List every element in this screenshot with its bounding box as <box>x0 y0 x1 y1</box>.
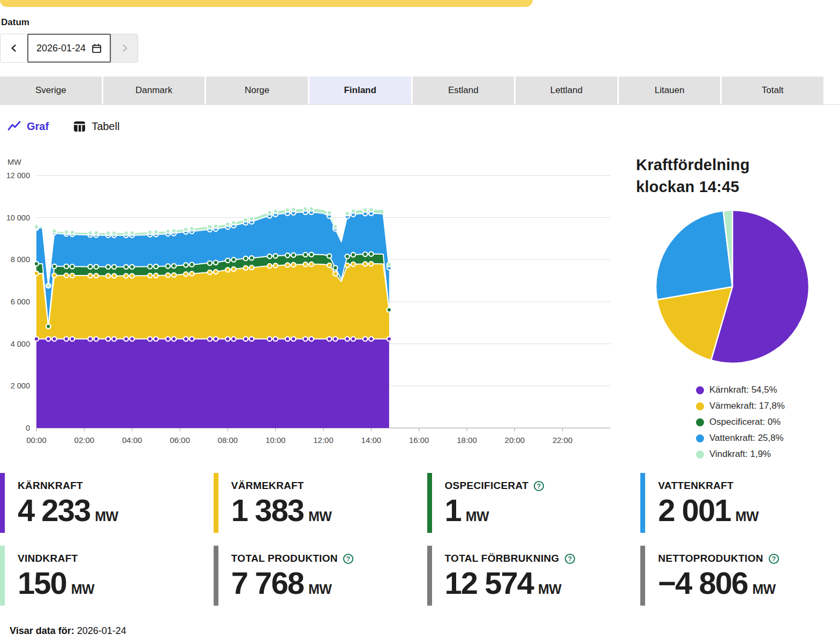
svg-text:12 000: 12 000 <box>6 171 30 180</box>
card-unit: MW <box>466 509 489 524</box>
svg-text:?: ? <box>567 555 572 563</box>
legend-dot <box>696 434 704 442</box>
svg-text:06:00: 06:00 <box>170 435 190 445</box>
svg-text:22:00: 22:00 <box>553 435 573 445</box>
tab-lettland[interactable]: Lettland <box>516 77 617 104</box>
help-icon[interactable]: ? <box>564 553 576 564</box>
card-unit: MW <box>95 509 118 524</box>
card-label: VINDKRAFT <box>18 553 78 564</box>
line-chart-icon <box>7 120 21 133</box>
card-value: 12 574 <box>445 568 533 599</box>
tab-sverige[interactable]: Sverige <box>0 77 102 104</box>
help-icon[interactable]: ? <box>533 480 544 492</box>
footer-date: 2026-01-24 <box>77 625 126 636</box>
svg-text:6 000: 6 000 <box>11 297 30 306</box>
card-label: VÄRMEKRAFT <box>231 480 304 492</box>
svg-text:2 000: 2 000 <box>11 381 30 390</box>
stat-card-nettoproduktion: NETTOPRODUKTION?−4 806MW <box>640 546 840 606</box>
card-value: 2 001 <box>658 495 730 526</box>
legend-label: Ospecificerat: 0% <box>709 417 781 427</box>
legend-item-ospecificerat: Ospecificerat: 0% <box>696 414 785 430</box>
card-value: 1 383 <box>231 495 304 526</box>
stat-card-total-produktion: TOTAL PRODUKTION?7 768MW <box>214 546 413 606</box>
card-unit: MW <box>71 582 94 597</box>
calendar-icon[interactable] <box>92 43 102 54</box>
card-label: VATTENKRAFT <box>658 480 733 492</box>
tab-litauen[interactable]: Litauen <box>619 77 721 104</box>
power-distribution-pie[interactable] <box>654 209 811 365</box>
svg-text:04:00: 04:00 <box>122 435 142 445</box>
card-label: OSPECIFICERAT <box>445 480 529 492</box>
production-area-chart[interactable]: 00:0002:0004:0006:0008:0010:0012:0014:00… <box>0 155 621 453</box>
help-icon[interactable]: ? <box>343 553 354 564</box>
svg-text:12:00: 12:00 <box>313 435 334 445</box>
svg-text:16:00: 16:00 <box>409 435 429 445</box>
svg-text:0: 0 <box>26 424 30 432</box>
date-picker: 2026-01-24 <box>0 34 138 63</box>
date-value: 2026-01-24 <box>36 43 86 54</box>
chevron-left-icon <box>10 44 18 52</box>
card-label: KÄRNKRAFT <box>18 480 83 492</box>
tabell-label: Tabell <box>92 120 119 133</box>
graf-view-button[interactable]: Graf <box>7 120 49 133</box>
date-input[interactable]: 2026-01-24 <box>27 34 111 63</box>
legend-label: Vattenkraft: 25,8% <box>709 433 784 444</box>
svg-text:18:00: 18:00 <box>457 435 477 445</box>
date-prev-button[interactable] <box>1 34 27 62</box>
tabell-view-button[interactable]: Tabell <box>73 120 119 133</box>
card-unit: MW <box>538 582 561 597</box>
svg-text:4 000: 4 000 <box>11 340 30 348</box>
svg-text:?: ? <box>537 483 541 490</box>
stat-card-varmekraft: VÄRMEKRAFT1 383MW <box>214 473 413 533</box>
svg-text:20:00: 20:00 <box>505 435 525 445</box>
card-unit: MW <box>308 582 331 597</box>
stat-card-ospecificerat: OSPECIFICERAT?1MW <box>427 473 627 533</box>
legend-item-vattenkraft: Vattenkraft: 25,8% <box>696 430 785 446</box>
card-unit: MW <box>308 509 331 524</box>
svg-text:10:00: 10:00 <box>266 435 286 445</box>
legend-label: Värmekraft: 17,8% <box>709 401 785 411</box>
tab-totalt[interactable]: Totalt <box>722 77 823 104</box>
stat-card-vindkraft: VINDKRAFT150MW <box>0 546 200 606</box>
view-toggle: Graf Tabell <box>7 120 119 133</box>
card-label: TOTAL FÖRBRUKNING <box>445 553 559 564</box>
card-value: 150 <box>18 568 66 599</box>
stat-card-total-forbrukning: TOTAL FÖRBRUKNING?12 574MW <box>427 546 627 606</box>
card-unit: MW <box>735 509 758 524</box>
tab-norge[interactable]: Norge <box>206 77 308 104</box>
svg-text:08:00: 08:00 <box>218 435 238 445</box>
legend-label: Kärnkraft: 54,5% <box>709 385 777 395</box>
pie-legend: Kärnkraft: 54,5%Värmekraft: 17,8%Ospecif… <box>696 382 785 462</box>
footer-label: Visar data för: <box>10 625 74 636</box>
card-unit: MW <box>752 582 775 597</box>
legend-dot <box>696 386 704 394</box>
pie-title: Kraftfördelning klockan 14:45 <box>636 154 807 198</box>
card-value: 4 233 <box>18 495 90 526</box>
tab-estland[interactable]: Estland <box>413 77 514 104</box>
graf-label: Graf <box>27 120 49 133</box>
tab-finland[interactable]: Finland <box>309 77 411 104</box>
notification-banner <box>0 0 533 7</box>
stat-card-karnkraft: KÄRNKRAFT4 233MW <box>0 473 200 533</box>
svg-text:?: ? <box>346 555 350 563</box>
country-tabs: SverigeDanmarkNorgeFinlandEstlandLettlan… <box>0 77 823 104</box>
card-value: −4 806 <box>658 568 747 599</box>
legend-item-karnkraft: Kärnkraft: 54,5% <box>696 382 785 398</box>
tabs-divider <box>0 104 840 105</box>
pie-slice-vattenkraft[interactable] <box>656 211 732 300</box>
svg-text:10 000: 10 000 <box>6 213 30 222</box>
card-label: TOTAL PRODUKTION <box>231 553 338 564</box>
stat-card-vattenkraft: VATTENKRAFT2 001MW <box>640 473 840 533</box>
svg-text:00:00: 00:00 <box>26 435 47 445</box>
svg-text:14:00: 14:00 <box>361 435 382 445</box>
stat-cards: KÄRNKRAFT4 233MWVÄRMEKRAFT1 383MWOSPECIF… <box>0 473 840 606</box>
legend-item-varmekraft: Värmekraft: 17,8% <box>696 398 785 414</box>
date-next-button[interactable] <box>111 34 138 62</box>
card-value: 1 <box>445 495 461 526</box>
legend-dot <box>696 418 704 426</box>
legend-item-vindkraft: Vindkraft: 1,9% <box>696 446 785 462</box>
legend-label: Vindkraft: 1,9% <box>709 449 771 460</box>
tab-danmark[interactable]: Danmark <box>103 77 205 104</box>
chevron-right-icon <box>120 44 129 52</box>
help-icon[interactable]: ? <box>768 553 780 564</box>
